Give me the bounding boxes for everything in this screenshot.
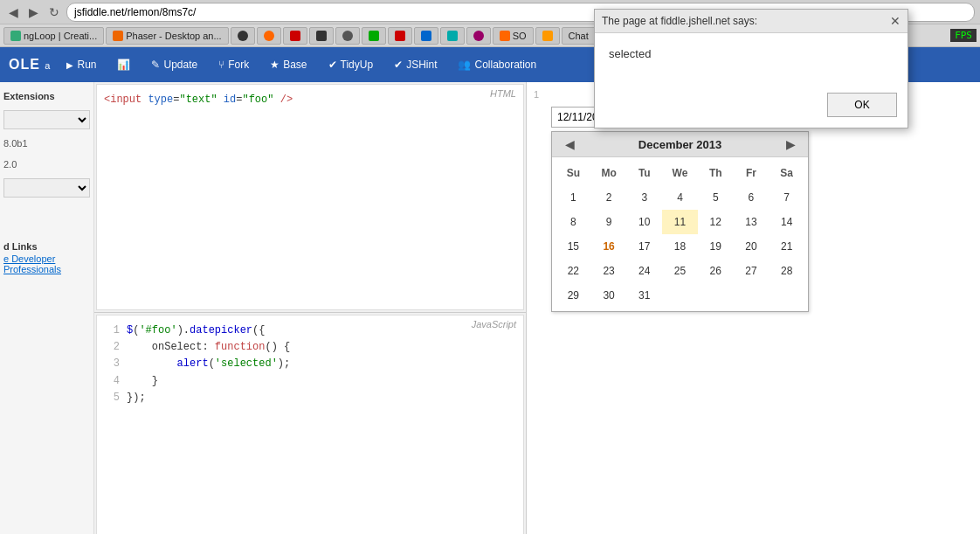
dialog-titlebar: The page at fiddle.jshell.net says: ✕ [595, 10, 908, 33]
dialog-footer: OK [595, 86, 908, 128]
dialog-body: selected [595, 33, 908, 86]
dialog-ok-button[interactable]: OK [827, 93, 897, 117]
dialog-title: The page at fiddle.jshell.net says: [602, 15, 757, 27]
dialog-close-button[interactable]: ✕ [890, 15, 901, 27]
dialog-message: selected [609, 47, 894, 60]
dialog-overlay: The page at fiddle.jshell.net says: ✕ se… [0, 0, 980, 534]
dialog-box: The page at fiddle.jshell.net says: ✕ se… [594, 9, 908, 128]
